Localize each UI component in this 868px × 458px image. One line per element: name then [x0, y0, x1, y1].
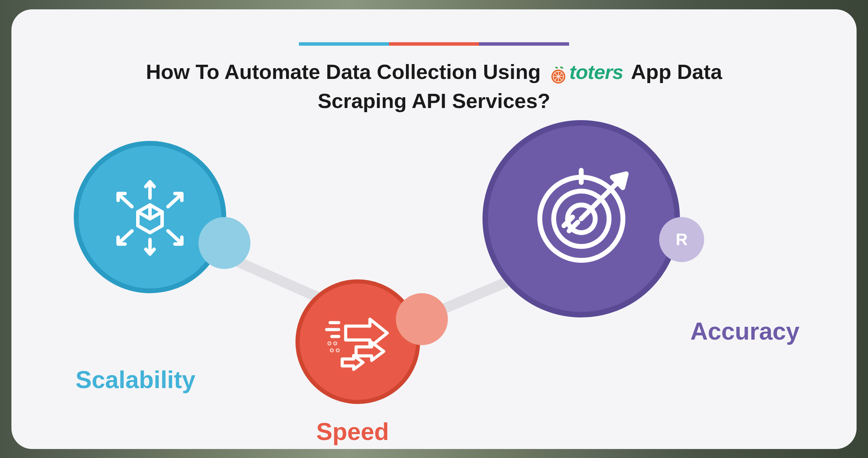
scalability-icon: [105, 172, 195, 262]
svg-point-20: [335, 343, 336, 344]
feature-circle-accuracy: [482, 120, 680, 317]
feature-circle-scalability: [74, 141, 226, 293]
svg-line-8: [138, 212, 150, 219]
svg-line-9: [150, 212, 162, 219]
svg-point-21: [331, 350, 332, 351]
svg-line-13: [168, 195, 181, 207]
svg-line-14: [119, 231, 132, 243]
svg-point-19: [329, 343, 330, 344]
feature-label-speed: Speed: [316, 418, 389, 446]
tricolor-divider: [299, 42, 569, 46]
feature-circle-speed: [295, 279, 420, 404]
svg-point-22: [337, 350, 338, 351]
divider-segment-red: [389, 42, 479, 46]
divider-segment-blue: [299, 42, 389, 46]
svg-line-15: [168, 231, 181, 243]
node-dot-accuracy: R: [659, 217, 704, 262]
title-line-1: How To Automate Data Collection Using to…: [88, 58, 780, 87]
title-text-pre: How To Automate Data Collection Using: [146, 60, 541, 83]
orange-fruit-icon: [549, 63, 567, 81]
accuracy-icon: [524, 162, 638, 276]
node-dot-speed: [396, 293, 448, 345]
diagram-title: How To Automate Data Collection Using to…: [88, 58, 780, 115]
node-dot-scalability: [198, 217, 250, 269]
speed-icon: [320, 311, 396, 373]
feature-label-scalability: Scalability: [76, 366, 195, 394]
diagram-card: How To Automate Data Collection Using to…: [11, 9, 857, 449]
brand-name: toters: [569, 59, 623, 86]
divider-segment-purple: [479, 42, 569, 46]
svg-line-12: [119, 195, 132, 207]
brand-logo: toters: [549, 59, 623, 86]
accuracy-badge-letter: R: [676, 230, 688, 249]
title-line-2: Scraping API Services?: [88, 87, 780, 115]
feature-label-accuracy: Accuracy: [690, 317, 799, 345]
title-text-post: App Data: [631, 60, 722, 83]
